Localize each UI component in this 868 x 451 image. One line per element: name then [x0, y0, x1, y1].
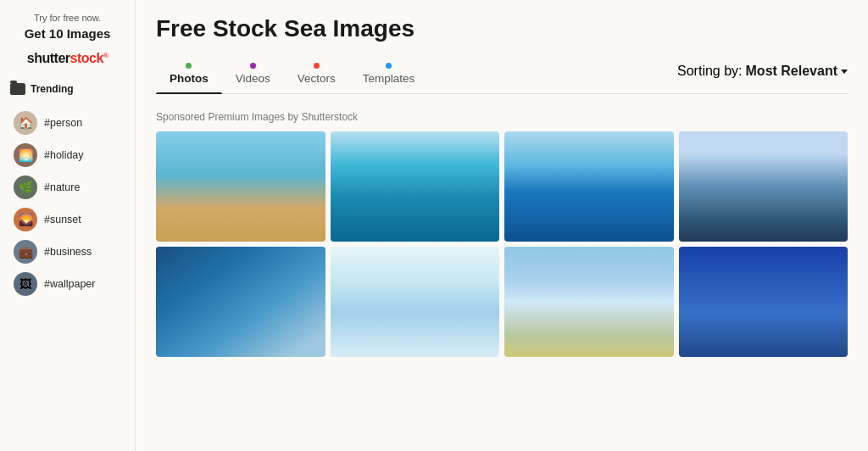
- sidebar-item-label-nature: #nature: [44, 181, 80, 193]
- tab-label-photos: Photos: [170, 72, 209, 85]
- page-title: Free Stock Sea Images: [156, 15, 848, 42]
- avatar-wallpaper: 🖼: [14, 272, 37, 296]
- image-cell-1[interactable]: [156, 131, 326, 242]
- promo-text: Try for free now. Get 10 Images: [10, 12, 125, 42]
- sorting-dropdown[interactable]: Most Relevant: [746, 64, 848, 79]
- folder-icon: [10, 83, 25, 95]
- image-grid: [156, 131, 848, 357]
- tab-templates[interactable]: Templates: [349, 58, 429, 93]
- image-cell-4[interactable]: [679, 131, 849, 242]
- tabs-row: Photos Videos Vectors Templates Sorting …: [156, 58, 848, 94]
- avatar-nature: 🌿: [14, 175, 37, 199]
- promo-bold: Get 10 Images: [10, 25, 125, 42]
- sorting-container: Sorting by: Most Relevant: [428, 64, 848, 87]
- sorting-value-text: Most Relevant: [746, 64, 837, 79]
- tab-label-templates: Templates: [363, 72, 415, 85]
- sidebar-item-nature[interactable]: 🌿 #nature: [10, 171, 125, 203]
- avatar-person: 🏠: [14, 111, 37, 135]
- image-cell-6[interactable]: [331, 247, 500, 357]
- sidebar-item-label-wallpaper: #wallpaper: [44, 278, 95, 290]
- tab-dot-photos: [186, 63, 192, 69]
- sidebar-item-person[interactable]: 🏠 #person: [10, 107, 125, 139]
- tab-vectors[interactable]: Vectors: [284, 58, 349, 93]
- tab-dot-vectors: [314, 63, 320, 69]
- image-cell-7[interactable]: [504, 247, 674, 357]
- sponsored-label: Sponsored Premium Images by Shutterstock: [156, 111, 848, 123]
- sidebar-item-wallpaper[interactable]: 🖼 #wallpaper: [10, 268, 125, 300]
- sidebar-items-list: 🏠 #person 🌅 #holiday 🌿 #nature 🌄 #sunset…: [10, 107, 125, 300]
- sidebar-item-label-sunset: #sunset: [44, 214, 81, 226]
- trending-header: Trending: [10, 80, 125, 98]
- sidebar: Try for free now. Get 10 Images shutters…: [0, 0, 136, 451]
- chevron-down-icon: [841, 70, 848, 74]
- promo-tagline: Try for free now.: [34, 13, 101, 23]
- image-cell-2[interactable]: [331, 131, 500, 242]
- sidebar-item-label-business: #business: [44, 246, 92, 258]
- logo-label: shutterstock®: [27, 51, 108, 65]
- sidebar-item-business[interactable]: 💼 #business: [10, 236, 125, 268]
- trending-label: Trending: [31, 83, 74, 95]
- image-cell-5[interactable]: [156, 247, 326, 357]
- tab-dot-videos: [250, 63, 256, 69]
- avatar-sunset: 🌄: [14, 208, 37, 231]
- tab-label-videos: Videos: [236, 72, 270, 85]
- tab-label-vectors: Vectors: [298, 72, 336, 85]
- sidebar-item-label-holiday: #holiday: [44, 149, 84, 161]
- tab-videos[interactable]: Videos: [222, 58, 284, 93]
- avatar-holiday: 🌅: [14, 143, 37, 167]
- sidebar-item-label-person: #person: [44, 117, 82, 129]
- avatar-business: 💼: [14, 240, 37, 264]
- sidebar-item-holiday[interactable]: 🌅 #holiday: [10, 139, 125, 171]
- sorting-label: Sorting by:: [677, 64, 742, 79]
- shutterstock-logo[interactable]: shutterstock®: [10, 51, 125, 66]
- image-cell-8[interactable]: [679, 247, 849, 357]
- main-content: Free Stock Sea Images Photos Videos Vect…: [136, 0, 868, 451]
- sidebar-item-sunset[interactable]: 🌄 #sunset: [10, 203, 125, 236]
- image-cell-3[interactable]: [504, 131, 674, 242]
- tab-dot-templates: [386, 63, 392, 69]
- tab-photos[interactable]: Photos: [156, 58, 222, 93]
